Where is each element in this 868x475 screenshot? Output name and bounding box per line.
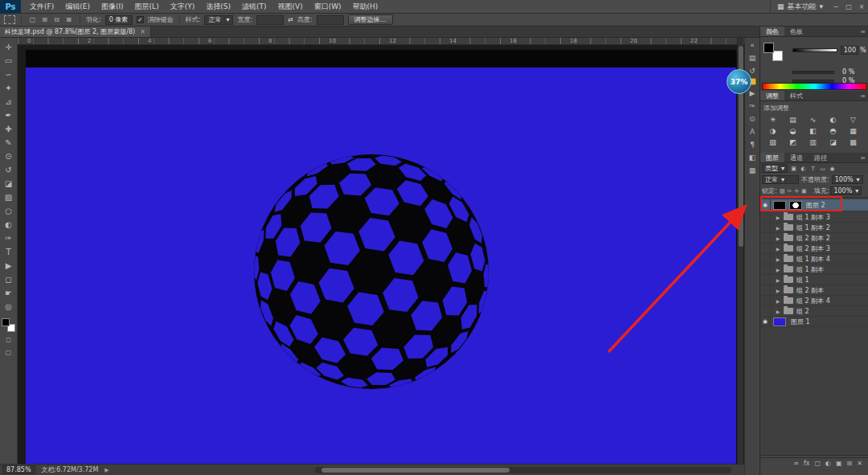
- expander-icon[interactable]: ▶: [774, 277, 782, 283]
- group-row-1[interactable]: ▶组 1 副本 2: [760, 223, 868, 233]
- character-panel-icon[interactable]: A: [746, 126, 759, 137]
- horizontal-scrollbar[interactable]: [315, 467, 731, 473]
- panel-menu-icon[interactable]: ≡: [857, 153, 868, 162]
- close-tab-icon[interactable]: ×: [140, 28, 145, 35]
- menu-item-6[interactable]: 滤镜(T): [236, 0, 272, 14]
- levels-icon[interactable]: ▤: [783, 114, 803, 125]
- visibility-eye-slot[interactable]: [760, 244, 771, 253]
- color-panel-swatches[interactable]: [764, 43, 783, 61]
- pen-tool[interactable]: ✑: [1, 231, 17, 245]
- channel-mixer-icon[interactable]: ▦: [843, 125, 863, 137]
- group-row-8[interactable]: ▶组 2 副本 4: [760, 296, 868, 306]
- add-mask-icon[interactable]: ▢: [814, 460, 821, 467]
- subtract-selection-icon[interactable]: ⊟: [51, 15, 62, 25]
- expander-icon[interactable]: ▶: [774, 225, 782, 231]
- expander-icon[interactable]: ▶: [774, 235, 782, 241]
- paragraph-panel-icon[interactable]: ¶: [746, 139, 759, 149]
- filter-type-icon[interactable]: T: [809, 164, 817, 173]
- tab-swatches[interactable]: 色板: [784, 27, 809, 36]
- threshold-icon[interactable]: ◪: [823, 137, 843, 148]
- black-white-icon[interactable]: ◧: [803, 125, 823, 137]
- filter-smart-icon[interactable]: ◉: [828, 164, 837, 173]
- layer-thumbnail[interactable]: [773, 317, 786, 326]
- tab-paths[interactable]: 路径: [809, 153, 833, 162]
- group-row-7[interactable]: ▶组 2 副本: [760, 285, 868, 296]
- invert-icon[interactable]: ◩: [783, 137, 803, 148]
- layer-name[interactable]: 图层 1: [791, 317, 810, 326]
- filter-pixel-icon[interactable]: ▣: [789, 164, 798, 173]
- expander-icon[interactable]: ▶: [774, 215, 782, 220]
- new-group-icon[interactable]: ▣: [836, 460, 842, 467]
- expander-icon[interactable]: ▶: [774, 309, 782, 314]
- masks-panel-icon[interactable]: ◧: [746, 152, 759, 162]
- path-select-tool[interactable]: ▶: [1, 259, 17, 272]
- foreground-color-swatch[interactable]: [764, 43, 774, 53]
- new-layer-icon[interactable]: ⊞: [847, 460, 853, 467]
- group-row-0[interactable]: ▶组 1 副本 3: [760, 212, 868, 223]
- tab-adjustments[interactable]: 调整: [760, 91, 784, 100]
- posterize-icon[interactable]: ▥: [803, 137, 823, 148]
- clone-source-icon[interactable]: ⊙: [746, 113, 759, 124]
- group-row-2[interactable]: ▶组 2 副本 2: [760, 233, 868, 244]
- swap-dimensions-icon[interactable]: ⇄: [288, 16, 293, 23]
- dodge-tool[interactable]: ◐: [1, 218, 17, 231]
- lock-transparent-icon[interactable]: ▨: [779, 186, 786, 195]
- crop-tool[interactable]: ⊿: [1, 95, 17, 109]
- blend-mode-select[interactable]: 正常 ▾: [762, 175, 799, 184]
- canvas-area[interactable]: 0246810121416182022: [18, 38, 744, 464]
- menu-item-3[interactable]: 图层(L): [129, 0, 165, 14]
- quick-select-tool[interactable]: ✦: [1, 81, 17, 95]
- foreground-color-swatch[interactable]: [2, 318, 10, 326]
- fill-value[interactable]: 100% ▾: [830, 186, 862, 195]
- color-lookup-icon[interactable]: ▨: [763, 137, 783, 148]
- vertical-scrollbar[interactable]: [737, 38, 743, 464]
- lock-all-icon[interactable]: ▣: [800, 186, 808, 195]
- filter-shape-icon[interactable]: ▭: [818, 164, 827, 173]
- zoom-tool[interactable]: ◎: [1, 300, 17, 313]
- visibility-eye-slot[interactable]: [760, 275, 771, 285]
- visibility-eye-slot[interactable]: [760, 212, 771, 222]
- panel-menu-icon[interactable]: ≡: [857, 91, 868, 100]
- feather-input[interactable]: 0 像素: [105, 15, 133, 25]
- foreground-background-swatches[interactable]: [2, 318, 15, 332]
- move-tool[interactable]: ✛: [1, 40, 17, 54]
- lock-paint-icon[interactable]: ✑: [786, 186, 793, 195]
- menu-item-0[interactable]: 文件(F): [24, 0, 59, 14]
- menu-item-5[interactable]: 选择(S): [200, 0, 236, 14]
- style-select[interactable]: 正常▾: [204, 15, 233, 25]
- channels-panel-icon[interactable]: ▦: [746, 165, 759, 175]
- layer-row-background[interactable]: ◉ 图层 1: [760, 317, 868, 327]
- workspace-switcher[interactable]: ▦ 基本功能 ▾: [770, 0, 829, 14]
- visibility-eye-slot[interactable]: [760, 223, 771, 232]
- brush-panel-icon[interactable]: ✑: [746, 100, 759, 111]
- refine-edge-button[interactable]: 调整边缘…: [348, 14, 393, 25]
- document-canvas[interactable]: [26, 50, 736, 464]
- expander-icon[interactable]: ▶: [774, 256, 782, 262]
- tool-preset-icon[interactable]: [4, 15, 15, 24]
- height-input[interactable]: [317, 15, 344, 25]
- menu-item-2[interactable]: 图像(I): [96, 0, 129, 14]
- opacity-value[interactable]: 100% ▾: [832, 175, 863, 184]
- width-input[interactable]: [256, 15, 284, 25]
- color-balance-icon[interactable]: ◒: [783, 125, 803, 137]
- expander-icon[interactable]: ▶: [774, 267, 782, 272]
- status-play-icon[interactable]: ▶: [104, 467, 108, 473]
- tab-color[interactable]: 颜色: [760, 27, 784, 36]
- exposure-icon[interactable]: ◐: [823, 114, 843, 125]
- filter-adjustment-icon[interactable]: ◐: [799, 164, 808, 173]
- properties-icon[interactable]: ▤: [746, 52, 759, 63]
- visibility-eye-slot[interactable]: [760, 233, 771, 243]
- tab-layers[interactable]: 图层: [760, 153, 784, 162]
- blur-tool[interactable]: ○: [1, 204, 17, 218]
- hand-tool[interactable]: ☛: [1, 286, 17, 300]
- photo-filter-icon[interactable]: ◓: [823, 125, 843, 137]
- screen-mode-button[interactable]: ▢: [2, 347, 16, 358]
- visibility-eye-slot[interactable]: [760, 264, 771, 274]
- antialias-checkbox[interactable]: ✓: [137, 16, 144, 23]
- minimize-button[interactable]: ─: [829, 0, 842, 14]
- visibility-eye-slot[interactable]: [760, 306, 771, 316]
- expander-icon[interactable]: ▶: [774, 246, 782, 252]
- shape-tool[interactable]: ◻: [1, 272, 17, 286]
- eyedropper-tool[interactable]: ✒: [1, 109, 17, 122]
- menu-item-8[interactable]: 窗口(W): [309, 0, 347, 14]
